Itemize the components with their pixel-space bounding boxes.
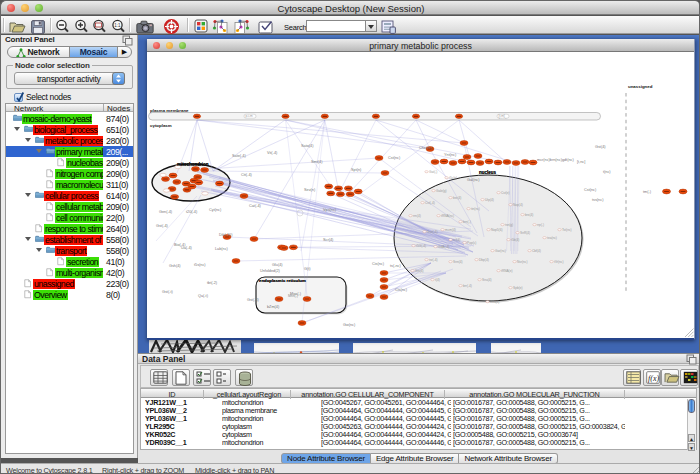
svg-text:Pop(c): Pop(c) [467, 241, 476, 245]
svg-text:t5c(n): t5c(n) [449, 176, 457, 180]
svg-text:tRN(e): tRN(e) [490, 300, 499, 304]
svg-text:Gst(4): Gst(4) [595, 145, 606, 149]
svg-text:Cst(-4): Cst(-4) [425, 201, 435, 205]
svg-text:G(t): G(t) [304, 267, 311, 271]
svg-text:Dik(-10): Dik(-10) [219, 233, 233, 237]
svg-text:brr(-4): brr(-4) [463, 284, 472, 288]
svg-text:t5s(nc): t5s(nc) [194, 263, 206, 267]
svg-text:ts(-nc): ts(-nc) [390, 264, 401, 268]
svg-text:brn(-): brn(-) [463, 220, 471, 224]
svg-text:[t,nc]: [t,nc] [577, 160, 585, 164]
svg-text:t(4): t(4) [435, 278, 440, 282]
svg-text:Lab(nc): Lab(nc) [215, 247, 229, 251]
svg-text:Gst(-t): Gst(-t) [162, 290, 173, 294]
svg-text:t20(-4): t20(-4) [186, 210, 198, 214]
svg-text:Cst(nc): Cst(nc) [388, 156, 401, 160]
svg-text:Gal(nc): Gal(nc) [467, 178, 480, 182]
svg-text:Utp(4): Utp(4) [485, 198, 494, 202]
svg-text:mcm(4): mcm(4) [445, 228, 456, 232]
svg-text:tin(nc): tin(nc) [471, 207, 480, 211]
svg-text:mcr(nc)brn(nc)gdt(nc): mcr(nc)brn(nc)gdt(nc) [537, 158, 574, 162]
svg-text:Tst(nc): Tst(nc) [562, 228, 572, 232]
svg-text:Sate(-4): Sate(-4) [232, 154, 246, 158]
svg-text:rcl(4): rcl(4) [453, 238, 460, 242]
svg-text:Cat(-4): Cat(-4) [249, 204, 262, 208]
svg-text:Cbf(4): Cbf(4) [532, 249, 541, 253]
svg-text:[t,m]: [t,m] [499, 114, 505, 118]
svg-text:Mnn(-): Mnn(-) [288, 294, 298, 298]
svg-text:Ctt(-4): Ctt(-4) [241, 173, 252, 177]
svg-text:f(x): f(x) [648, 374, 659, 383]
svg-text:Ua(-4): Ua(-4) [181, 246, 192, 250]
svg-text:tsn(g): tsn(g) [505, 223, 513, 227]
svg-text:Unfolded(2): Unfolded(2) [260, 269, 281, 273]
svg-text:Smt(4): Smt(4) [311, 160, 323, 164]
svg-text:Gst(-4): Gst(-4) [247, 298, 260, 302]
svg-text:bZm(4): bZm(4) [267, 305, 280, 309]
svg-text:Ynt(nc): Ynt(nc) [444, 153, 457, 157]
svg-text:Cis(nc): Cis(nc) [372, 262, 385, 266]
svg-text:t5b(4): t5b(4) [511, 238, 519, 242]
svg-text:cytoplasm: cytoplasm [150, 123, 172, 128]
svg-text:Sev(n): Sev(n) [304, 188, 316, 192]
svg-text:Che(nc): Che(nc) [419, 146, 433, 150]
svg-text:Spt(n): Spt(n) [351, 168, 362, 172]
svg-text:brx(4): brx(4) [525, 213, 533, 217]
svg-text:Vit(-4): Vit(-4) [267, 151, 278, 155]
svg-text:Gale(g): Gale(g) [436, 189, 447, 193]
svg-text:Gen(-4): Gen(-4) [159, 210, 173, 214]
svg-text:Vps(nc): Vps(nc) [323, 208, 337, 212]
svg-text:plasma membrane: plasma membrane [150, 108, 189, 113]
svg-text:tss(nc): tss(nc) [592, 198, 604, 202]
svg-text:Gar(nc): Gar(nc) [495, 249, 506, 253]
svg-text:Snu(4): Snu(4) [482, 278, 492, 282]
svg-text:nucleus: nucleus [479, 170, 497, 175]
svg-text:tbt(-2): tbt(-2) [207, 281, 218, 285]
svg-text:mitochondrion: mitochondrion [177, 162, 209, 167]
svg-text:p-i-m: p-i-m [246, 114, 254, 118]
svg-text:t5G(-4): t5G(-4) [416, 244, 426, 248]
svg-text:tsr(-4): tsr(-4) [429, 258, 438, 262]
svg-text:Sato(4): Sato(4) [301, 144, 314, 148]
svg-text:tRNA(nc): tRNA(nc) [441, 214, 454, 218]
svg-text:unassigned: unassigned [628, 84, 653, 89]
svg-text:tRNA(e): tRNA(e) [501, 269, 513, 273]
svg-text:tVr(nc): tVr(nc) [554, 260, 563, 264]
svg-text:endoplasmic reticulum: endoplasmic reticulum [259, 278, 306, 283]
svg-text:Stn(4): Stn(4) [415, 269, 424, 273]
svg-text:Spb(e): Spb(e) [513, 286, 523, 290]
svg-text:Cyt(nc): Cyt(nc) [209, 208, 222, 212]
svg-text:rrp(-): rrp(-) [537, 223, 544, 227]
svg-text:Gsh(4): Gsh(4) [169, 264, 181, 268]
svg-text:Cis(nc): Cis(nc) [395, 288, 408, 292]
svg-text:Glu(4): Glu(4) [272, 263, 283, 267]
svg-text:tm(-): tm(-) [643, 190, 652, 194]
svg-text:t(nc): t(nc) [603, 170, 611, 174]
svg-text:Scr(4): Scr(4) [323, 238, 334, 242]
svg-text:GdA(-4): GdA(-4) [438, 245, 449, 249]
svg-text:Gw(nc): Gw(nc) [343, 323, 356, 327]
svg-text:Nsr(nc): Nsr(nc) [517, 260, 527, 264]
svg-text:1:1: 1:1 [114, 23, 121, 28]
svg-text:Cst(e): Cst(e) [501, 191, 510, 195]
svg-text:Nop5(6): Nop5(6) [491, 228, 503, 232]
svg-text:rrn(4): rrn(4) [413, 214, 421, 218]
svg-text:Nop(4): Nop(4) [513, 203, 523, 207]
svg-text:Gat(-): Gat(-) [429, 170, 437, 174]
svg-text:Sse(-4): Sse(-4) [427, 230, 437, 234]
svg-text:Dbp(4): Dbp(4) [479, 258, 489, 262]
svg-text:Qa(-t): Qa(-t) [198, 294, 209, 298]
svg-text:SnR(4): SnR(4) [520, 231, 530, 235]
svg-text:Cst(nc): Cst(nc) [584, 188, 597, 192]
svg-text:tea(nc): tea(nc) [547, 236, 557, 240]
svg-text:Gst(-4): Gst(-4) [156, 224, 169, 228]
svg-text:bsr(4): bsr(4) [453, 196, 461, 200]
svg-text:Snn(4): Snn(4) [453, 260, 463, 264]
